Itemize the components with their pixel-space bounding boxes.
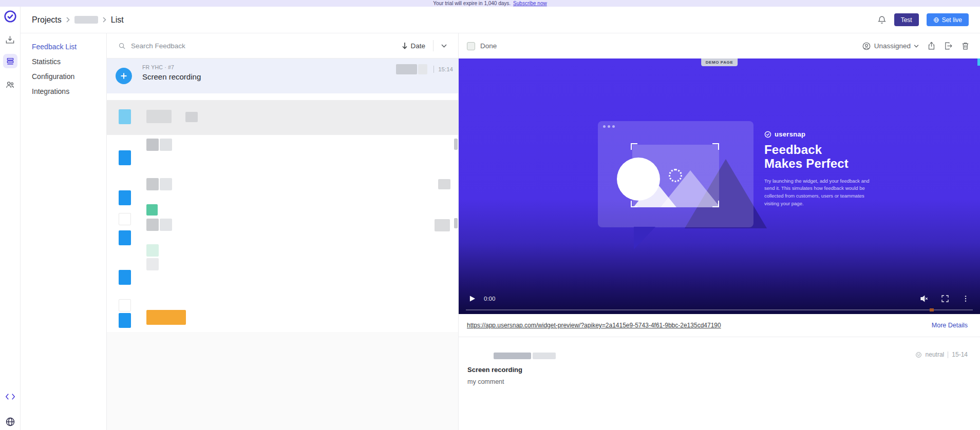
redacted-block: [119, 230, 131, 245]
language-globe-icon[interactable]: [5, 416, 16, 427]
comment-time: 15-14: [952, 351, 968, 358]
notifications-bell-icon[interactable]: [877, 15, 887, 25]
speech-bubble-tail: [634, 227, 655, 249]
play-button[interactable]: [469, 295, 476, 302]
redacted-block: [146, 204, 158, 216]
redacted-block: [119, 213, 131, 225]
feedback-list-panel: Date FR YHC · #7 Screen recording 15:: [106, 33, 458, 430]
redacted-block: [146, 219, 159, 231]
trial-banner-text: Your trial will expire in 1,040 days.: [433, 1, 511, 6]
detail-toolbar: Done Unassigned: [459, 33, 980, 58]
header: Projects List Test Set live: [21, 7, 980, 33]
delete-trash-icon[interactable]: [961, 42, 970, 50]
redacted-author-name: [494, 353, 531, 359]
screen-recording-video-player[interactable]: DEMO PAGE: [459, 58, 980, 314]
redacted-block: [146, 258, 159, 270]
selection-corner: [712, 201, 719, 207]
breadcrumb: Projects List: [32, 15, 124, 25]
feedback-detail-panel: Done Unassigned: [458, 33, 980, 430]
redacted-block: [119, 190, 131, 205]
demo-promo-text: usersnap Feedback Makes Perfect Try laun…: [764, 130, 873, 208]
scrollbar-thumb[interactable]: [454, 218, 458, 228]
feedback-item-title: Screen recording: [142, 72, 201, 81]
test-button[interactable]: Test: [894, 13, 919, 26]
code-icon[interactable]: [4, 392, 16, 402]
redacted-block: [160, 219, 172, 231]
widget-preview-link[interactable]: https://app.usersnap.com/widget-preview/…: [467, 322, 721, 329]
export-icon[interactable]: [944, 42, 953, 50]
arrow-down-icon: [402, 42, 408, 49]
subnav-configuration[interactable]: Configuration: [32, 69, 106, 84]
breadcrumb-project-name-redacted[interactable]: [74, 16, 98, 24]
redacted-block: [146, 110, 172, 123]
breadcrumb-list: List: [111, 15, 124, 25]
comment-section: neutral 15-14 Screen recording my commen…: [459, 337, 980, 430]
redacted-block: [146, 244, 159, 257]
meta-separator: [948, 351, 948, 358]
neutral-face-icon: [915, 351, 922, 358]
subnav-statistics[interactable]: Statistics: [32, 54, 106, 69]
feedback-list-nav-icon[interactable]: [3, 54, 17, 68]
scrollbar-thumb[interactable]: [454, 139, 458, 150]
selection-corner: [712, 143, 719, 150]
breadcrumb-projects[interactable]: Projects: [32, 15, 62, 25]
left-icon-rail: [0, 7, 21, 430]
share-icon[interactable]: [927, 42, 936, 50]
search-icon: [118, 42, 126, 50]
list-empty-area: [107, 332, 458, 430]
usersnap-logo-icon[interactable]: [3, 9, 17, 24]
redacted-block: [119, 150, 131, 165]
sentiment-label: neutral: [926, 351, 945, 358]
redacted-block: [435, 219, 450, 231]
illustration-circle: [617, 158, 660, 201]
project-subnav: Feedback List Statistics Configuration I…: [21, 33, 106, 430]
feedback-item-screen-recording[interactable]: FR YHC · #7 Screen recording 15:14: [107, 58, 458, 93]
more-options-kebab-icon[interactable]: [962, 295, 970, 303]
sort-label: Date: [410, 42, 425, 50]
set-live-button[interactable]: Set live: [927, 13, 969, 26]
search-input[interactable]: [131, 42, 402, 50]
video-current-time: 0:00: [484, 296, 495, 302]
done-checkbox[interactable]: [467, 42, 475, 50]
feedback-item-meta: FR YHC · #7: [142, 64, 174, 70]
progress-marker[interactable]: [930, 308, 934, 311]
window-dots-icon: [603, 125, 615, 128]
redacted-block: [119, 109, 131, 124]
redacted-block: [146, 139, 159, 151]
widget-link-row: https://app.usersnap.com/widget-preview/…: [459, 314, 980, 337]
mute-volume-icon[interactable]: [919, 294, 929, 303]
loading-spinner-icon: [669, 169, 682, 182]
done-checkbox-group[interactable]: Done: [467, 42, 497, 50]
app-shell: Projects List Test Set live Feedba: [0, 7, 980, 430]
more-details-link[interactable]: More Details: [932, 322, 968, 329]
feedback-item-time: 15:14: [434, 66, 453, 73]
headline-line-1: Feedback: [764, 143, 873, 157]
browser-mockup-illustration: [598, 121, 753, 227]
screen-recording-plus-icon: [116, 68, 132, 84]
chevron-down-icon: [914, 45, 919, 48]
assignee-dropdown[interactable]: Unassigned: [862, 42, 919, 51]
chevron-right-icon: [66, 17, 70, 23]
promo-body-text: Try launching the widget, add your feedb…: [764, 178, 873, 208]
redacted-block: [160, 178, 172, 190]
chevron-right-icon: [103, 17, 106, 23]
comment-title: Screen recording: [467, 366, 522, 374]
video-progress-bar[interactable]: [466, 309, 973, 310]
subscribe-now-link[interactable]: Subscribe now: [513, 1, 547, 6]
subnav-feedback-list[interactable]: Feedback List: [32, 40, 106, 54]
comment-body: my comment: [467, 378, 504, 385]
brand-name: usersnap: [775, 130, 805, 138]
inbox-download-icon[interactable]: [4, 33, 16, 46]
redacted-block: [160, 139, 172, 151]
fullscreen-icon[interactable]: [941, 295, 949, 303]
team-icon[interactable]: [4, 79, 16, 91]
subnav-integrations[interactable]: Integrations: [32, 84, 106, 99]
selection-corner: [631, 143, 637, 150]
list-options-chevron-icon[interactable]: [441, 44, 447, 48]
sort-by-date[interactable]: Date: [402, 42, 425, 50]
redacted-block: [146, 310, 186, 325]
redacted-block: [119, 299, 131, 311]
main-area: Projects List Test Set live Feedba: [21, 7, 980, 430]
selection-corner: [631, 201, 637, 207]
redacted-block: [146, 178, 159, 190]
